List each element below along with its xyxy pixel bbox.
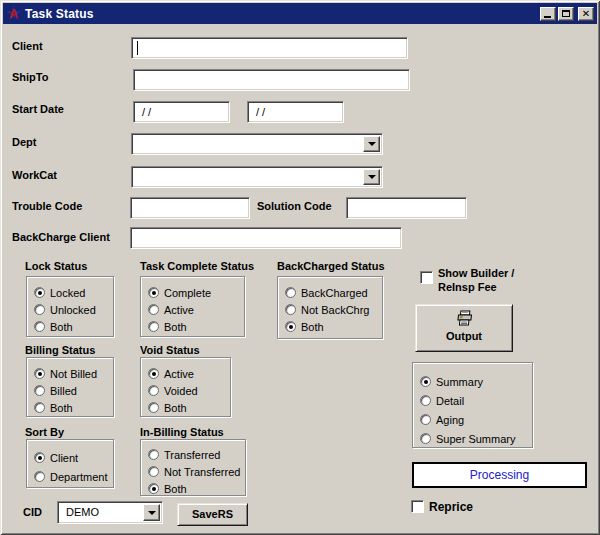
maximize-button[interactable] — [558, 7, 574, 21]
dept-dropdown-button[interactable] — [363, 136, 380, 152]
trouble-code-input[interactable] — [130, 197, 250, 219]
radio-transferred[interactable]: Transferred — [148, 446, 245, 463]
workcat-label: WorkCat — [12, 169, 57, 181]
window-title: Task Status — [25, 7, 94, 21]
radio-icon — [420, 376, 431, 387]
start-date-from-input[interactable]: / / — [133, 101, 230, 123]
workcat-dropdown-button[interactable] — [363, 169, 380, 185]
billing-status-group: Not Billed Billed Both — [26, 357, 114, 417]
radio-void-active[interactable]: Active — [148, 365, 230, 382]
void-status-group: Active Voided Both — [140, 357, 231, 417]
shipto-label: ShipTo — [12, 71, 48, 83]
radio-icon — [148, 466, 159, 477]
close-icon: ✕ — [582, 9, 590, 19]
in-billing-status-title: In-Billing Status — [140, 426, 224, 438]
backcharged-status-group: BackCharged Not BackChrg Both — [277, 276, 383, 339]
savers-button[interactable]: SaveRS — [177, 503, 248, 526]
radio-icon — [148, 321, 159, 332]
radio-sort-department[interactable]: Department — [34, 467, 113, 486]
radio-billed[interactable]: Billed — [34, 382, 113, 399]
close-button[interactable]: ✕ — [578, 7, 594, 21]
radio-in-billing-both[interactable]: Both — [148, 480, 245, 497]
radio-detail[interactable]: Detail — [420, 391, 532, 410]
radio-summary[interactable]: Summary — [420, 372, 532, 391]
radio-icon — [148, 402, 159, 413]
radio-task-both[interactable]: Both — [148, 318, 244, 335]
trouble-code-label: Trouble Code — [12, 200, 82, 212]
output-button[interactable]: Output — [415, 304, 513, 352]
radio-icon — [285, 321, 296, 332]
backcharged-status-title: BackCharged Status — [277, 260, 385, 272]
solution-code-input[interactable] — [346, 197, 467, 219]
radio-icon — [34, 304, 45, 315]
in-billing-status-group: Transferred Not Transferred Both — [140, 439, 246, 496]
client-input[interactable] — [131, 37, 408, 59]
chevron-down-icon — [368, 175, 376, 179]
radio-not-backchrg[interactable]: Not BackChrg — [285, 301, 382, 318]
radio-voided[interactable]: Voided — [148, 382, 230, 399]
processing-label: Processing — [470, 468, 529, 482]
radio-active[interactable]: Active — [148, 301, 244, 318]
start-date-to-input[interactable]: / / — [247, 101, 344, 123]
dept-label: Dept — [12, 136, 36, 148]
radio-icon — [34, 471, 45, 482]
start-date-label: Start Date — [12, 103, 64, 115]
radio-locked[interactable]: Locked — [34, 284, 113, 301]
radio-icon — [420, 395, 431, 406]
lock-status-group: Locked Unlocked Both — [26, 276, 114, 337]
radio-not-billed[interactable]: Not Billed — [34, 365, 113, 382]
radio-icon — [148, 385, 159, 396]
radio-backcharge-both[interactable]: Both — [285, 318, 382, 335]
radio-icon — [285, 304, 296, 315]
radio-icon — [285, 287, 296, 298]
dept-combobox[interactable] — [131, 133, 383, 155]
chevron-down-icon — [148, 511, 156, 515]
radio-super-summary[interactable]: Super Summary — [420, 429, 532, 448]
minimize-icon — [544, 16, 551, 18]
radio-lock-both[interactable]: Both — [34, 318, 113, 335]
radio-icon — [34, 402, 45, 413]
minimize-button[interactable] — [540, 7, 556, 21]
radio-icon — [148, 449, 159, 460]
backcharge-client-label: BackCharge Client — [12, 231, 110, 243]
radio-aging[interactable]: Aging — [420, 410, 532, 429]
radio-icon — [420, 414, 431, 425]
cid-combobox[interactable]: DEMO — [57, 501, 163, 524]
radio-unlocked[interactable]: Unlocked — [34, 301, 113, 318]
output-button-label: Output — [416, 330, 512, 342]
cid-label: CID — [23, 506, 42, 518]
app-icon: A — [6, 6, 21, 21]
task-complete-status-title: Task Complete Status — [140, 260, 254, 272]
radio-icon — [148, 304, 159, 315]
task-status-window: A Task Status ✕ Client ShipTo Start Date… — [0, 0, 600, 535]
radio-sort-client[interactable]: Client — [34, 448, 113, 467]
task-complete-status-group: Complete Active Both — [140, 276, 245, 337]
output-type-group: Summary Detail Aging Super Summary — [412, 362, 533, 448]
radio-icon — [420, 433, 431, 444]
radio-complete[interactable]: Complete — [148, 284, 244, 301]
solution-code-label: Solution Code — [257, 200, 332, 212]
radio-icon — [148, 483, 159, 494]
reprice-checkbox[interactable] — [411, 500, 424, 513]
reprice-label: Reprice — [429, 500, 473, 514]
maximize-icon — [562, 10, 570, 17]
sort-by-title: Sort By — [25, 426, 64, 438]
processing-status: Processing — [412, 462, 587, 488]
radio-void-both[interactable]: Both — [148, 399, 230, 416]
radio-icon — [148, 287, 159, 298]
workcat-combobox[interactable] — [131, 166, 383, 188]
show-builder-checkbox[interactable] — [420, 271, 433, 284]
text-caret — [137, 41, 138, 55]
shipto-input[interactable] — [133, 69, 410, 91]
chevron-down-icon — [368, 142, 376, 146]
cid-dropdown-button[interactable] — [143, 504, 160, 521]
printer-icon — [454, 310, 474, 330]
radio-not-transferred[interactable]: Not Transferred — [148, 463, 245, 480]
radio-icon — [34, 385, 45, 396]
radio-billing-both[interactable]: Both — [34, 399, 113, 416]
backcharge-client-input[interactable] — [130, 227, 402, 249]
radio-icon — [34, 452, 45, 463]
void-status-title: Void Status — [140, 344, 200, 356]
radio-backcharged[interactable]: BackCharged — [285, 284, 382, 301]
radio-icon — [34, 321, 45, 332]
